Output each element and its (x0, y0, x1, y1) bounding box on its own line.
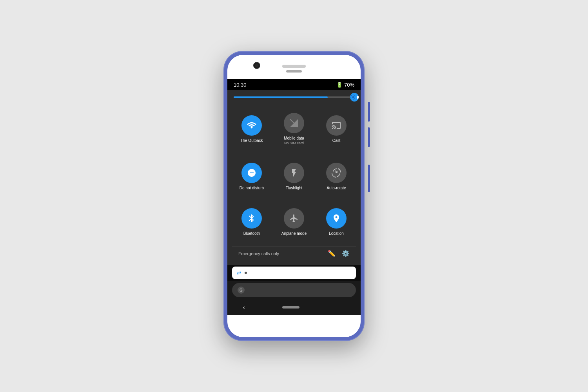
tile-airplane[interactable]: Airplane mode (274, 201, 314, 243)
status-bar: 10:30 🔋 70% (227, 79, 361, 90)
wifi-icon-circle (241, 115, 262, 136)
status-right: 🔋 70% (336, 82, 354, 88)
tile-location[interactable]: Location (317, 201, 356, 243)
airplane-label: Airplane mode (281, 231, 307, 236)
cast-label: Cast (332, 138, 341, 143)
home-area: G (227, 281, 361, 299)
cast-icon-circle (326, 115, 347, 136)
tile-mobile-data[interactable]: Mobile data No SIM card (274, 106, 314, 152)
emergency-text: Emergency calls only (238, 251, 279, 256)
quick-settings-footer: Emergency calls only ✏️ ⚙️ (232, 246, 356, 260)
tile-cast[interactable]: Cast (317, 106, 356, 152)
mobile-data-icon-circle (284, 113, 304, 133)
flashlight-icon-circle (284, 163, 304, 183)
speaker (282, 65, 306, 68)
brightness-control[interactable] (232, 96, 356, 98)
auto-rotate-label: Auto-rotate (327, 185, 346, 191)
dnd-icon-circle (241, 163, 262, 183)
lock-area: ⇄ (227, 265, 361, 281)
airplane-icon-circle (284, 208, 304, 229)
tile-flashlight[interactable]: Flashlight (274, 156, 314, 198)
flashlight-label: Flashlight (286, 185, 303, 191)
tile-auto-rotate[interactable]: Auto-rotate (317, 156, 356, 198)
bluetooth-label: Bluetooth (243, 231, 260, 236)
quick-tiles-grid: The Outback Mobile data No SIM card (232, 106, 356, 243)
front-camera (254, 63, 260, 68)
notif-dot (245, 272, 247, 274)
tile-dnd[interactable]: Do not disturb (232, 156, 271, 198)
wifi-label: The Outback (240, 138, 263, 143)
quick-settings-panel: The Outback Mobile data No SIM card (227, 90, 361, 265)
auto-rotate-icon-circle (326, 163, 347, 183)
google-logo: G (238, 287, 245, 294)
earpiece (286, 70, 302, 73)
footer-icons: ✏️ ⚙️ (328, 250, 350, 257)
settings-icon[interactable]: ⚙️ (342, 250, 350, 257)
screen-content: 10:30 🔋 70% (227, 79, 361, 315)
back-button[interactable]: ‹ (243, 304, 245, 310)
location-label: Location (329, 231, 344, 236)
battery-level: 70% (344, 82, 354, 88)
brightness-slider[interactable] (234, 96, 354, 98)
mobile-data-label: Mobile data (284, 136, 304, 141)
dnd-label: Do not disturb (240, 185, 264, 191)
power-button[interactable] (368, 165, 370, 192)
location-icon-circle (326, 208, 347, 229)
top-bezel (227, 55, 361, 79)
volume-up-button[interactable] (368, 102, 370, 122)
phone-screen: 10:30 🔋 70% (227, 55, 361, 337)
bluetooth-icon-circle (241, 208, 262, 229)
mobile-data-sublabel: No SIM card (284, 141, 304, 145)
google-search-bar[interactable]: G (232, 283, 356, 297)
home-pill[interactable] (282, 306, 299, 309)
volume-down-button[interactable] (368, 127, 370, 147)
status-time: 10:30 (234, 82, 247, 88)
brightness-thumb (350, 93, 359, 102)
edit-icon[interactable]: ✏️ (328, 250, 336, 257)
navigation-bar: ‹ (227, 299, 361, 315)
battery-icon: 🔋 (336, 82, 343, 88)
tile-bluetooth[interactable]: Bluetooth (232, 201, 271, 243)
notification-bar[interactable]: ⇄ (232, 267, 356, 279)
tile-wifi[interactable]: The Outback (232, 106, 271, 152)
phone-device: 10:30 🔋 70% (223, 51, 365, 341)
brightness-fill (234, 96, 328, 98)
notification-icon: ⇄ (237, 270, 241, 276)
bottom-bezel (227, 315, 361, 337)
